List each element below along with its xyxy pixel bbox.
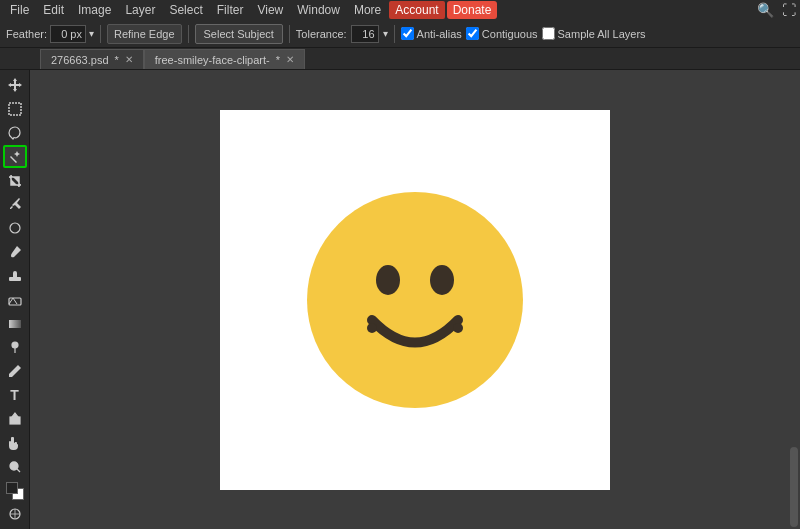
svg-point-9 [307, 192, 523, 408]
feather-input[interactable] [50, 25, 86, 43]
tab-smiley-close[interactable]: ✕ [286, 55, 294, 65]
tool-dodge[interactable] [3, 336, 27, 358]
tolerance-label: Tolerance: [296, 28, 347, 40]
tab-smiley-modified: * [276, 54, 280, 66]
menu-select[interactable]: Select [163, 1, 208, 19]
tab-smiley[interactable]: free-smiley-face-clipart- * ✕ [144, 49, 305, 69]
anti-alias-label: Anti-alias [417, 28, 462, 40]
tool-quickmask[interactable] [3, 503, 27, 525]
menu-edit[interactable]: Edit [37, 1, 70, 19]
refine-edge-button[interactable]: Refine Edge [107, 24, 182, 44]
fullscreen-icon[interactable]: ⛶ [782, 2, 796, 18]
svg-point-7 [10, 462, 18, 470]
tool-lasso[interactable] [3, 122, 27, 144]
svg-point-12 [367, 323, 377, 333]
svg-rect-2 [9, 277, 21, 281]
contiguous-label: Contiguous [482, 28, 538, 40]
svg-rect-6 [10, 417, 20, 424]
tool-text[interactable]: T [3, 384, 27, 406]
tab-psd-close[interactable]: ✕ [125, 55, 133, 65]
left-toolbar: T [0, 70, 30, 529]
tool-healing[interactable] [3, 217, 27, 239]
svg-point-5 [12, 342, 18, 348]
tab-smiley-label: free-smiley-face-clipart- [155, 54, 270, 66]
search-icon[interactable]: 🔍 [757, 2, 774, 18]
tolerance-input[interactable] [351, 25, 379, 43]
menu-layer[interactable]: Layer [119, 1, 161, 19]
tool-zoom[interactable] [3, 456, 27, 478]
select-subject-button[interactable]: Select Subject [195, 24, 283, 44]
anti-alias-checkbox-label[interactable]: Anti-alias [401, 27, 462, 40]
tool-foreground-color[interactable] [3, 479, 27, 501]
anti-alias-checkbox[interactable] [401, 27, 414, 40]
tool-shape[interactable] [3, 408, 27, 430]
tool-move[interactable] [3, 74, 27, 96]
svg-point-13 [453, 323, 463, 333]
tool-magic-wand[interactable] [3, 145, 27, 167]
tool-brush[interactable] [3, 241, 27, 263]
contiguous-checkbox[interactable] [466, 27, 479, 40]
svg-point-10 [376, 265, 400, 295]
menu-account[interactable]: Account [389, 1, 444, 19]
canvas-area [30, 70, 800, 529]
main-area: T [0, 70, 800, 529]
separator-2 [188, 25, 189, 43]
canvas [220, 110, 610, 490]
tabs-bar: 276663.psd * ✕ free-smiley-face-clipart-… [0, 48, 800, 70]
menu-file[interactable]: File [4, 1, 35, 19]
tool-eyedropper[interactable] [3, 194, 27, 216]
tool-crop[interactable] [3, 170, 27, 192]
menu-window[interactable]: Window [291, 1, 346, 19]
smiley-face [300, 185, 530, 415]
svg-point-11 [430, 265, 454, 295]
tolerance-dropdown-icon[interactable]: ▾ [383, 28, 388, 39]
separator-3 [289, 25, 290, 43]
sample-all-checkbox-label[interactable]: Sample All Layers [542, 27, 646, 40]
svg-point-1 [10, 223, 20, 233]
tool-marquee[interactable] [3, 98, 27, 120]
sample-all-checkbox[interactable] [542, 27, 555, 40]
tab-psd-modified: * [115, 54, 119, 66]
contiguous-checkbox-label[interactable]: Contiguous [466, 27, 538, 40]
tool-pen[interactable] [3, 360, 27, 382]
sample-all-label: Sample All Layers [558, 28, 646, 40]
feather-dropdown-icon[interactable]: ▾ [89, 28, 94, 39]
separator-1 [100, 25, 101, 43]
separator-4 [394, 25, 395, 43]
menu-view[interactable]: View [251, 1, 289, 19]
tool-stamp[interactable] [3, 265, 27, 287]
tab-psd[interactable]: 276663.psd * ✕ [40, 49, 144, 69]
menu-bar: File Edit Image Layer Select Filter View… [0, 0, 800, 20]
tool-gradient[interactable] [3, 313, 27, 335]
menu-donate[interactable]: Donate [447, 1, 498, 19]
tool-hand[interactable] [3, 432, 27, 454]
tab-psd-label: 276663.psd [51, 54, 109, 66]
menu-image[interactable]: Image [72, 1, 117, 19]
svg-rect-4 [9, 320, 21, 328]
svg-rect-0 [9, 103, 21, 115]
feather-label: Feather: [6, 28, 47, 40]
menu-more[interactable]: More [348, 1, 387, 19]
tool-eraser[interactable] [3, 289, 27, 311]
vertical-scrollbar[interactable] [790, 447, 798, 527]
options-toolbar: Feather: ▾ Refine Edge Select Subject To… [0, 20, 800, 48]
menu-filter[interactable]: Filter [211, 1, 250, 19]
